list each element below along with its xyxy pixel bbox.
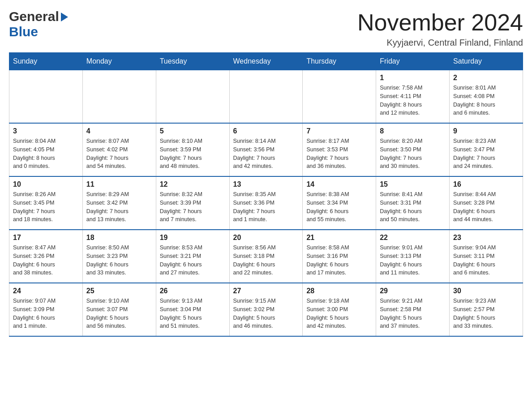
calendar-cell [229,70,303,124]
week-row-3: 10Sunrise: 8:26 AM Sunset: 3:45 PM Dayli… [9,176,523,230]
day-info: Sunrise: 9:01 AM Sunset: 3:13 PM Dayligh… [380,244,446,277]
calendar-cell: 6Sunrise: 8:14 AM Sunset: 3:56 PM Daylig… [229,123,303,176]
calendar-cell: 29Sunrise: 9:21 AM Sunset: 2:58 PM Dayli… [376,283,450,336]
day-info: Sunrise: 9:07 AM Sunset: 3:09 PM Dayligh… [13,297,79,330]
calendar-header: SundayMondayTuesdayWednesdayThursdayFrid… [9,53,523,70]
calendar-cell: 30Sunrise: 9:23 AM Sunset: 2:57 PM Dayli… [450,283,523,336]
day-number: 27 [233,287,299,295]
day-info: Sunrise: 8:44 AM Sunset: 3:28 PM Dayligh… [453,190,519,224]
calendar-cell: 20Sunrise: 8:56 AM Sunset: 3:18 PM Dayli… [229,230,303,283]
day-number: 18 [86,234,152,242]
day-number: 11 [86,180,152,188]
calendar-cell: 24Sunrise: 9:07 AM Sunset: 3:09 PM Dayli… [9,283,83,336]
logo-blue-text: Blue [9,24,38,39]
day-number: 14 [306,180,372,188]
day-info: Sunrise: 8:35 AM Sunset: 3:36 PM Dayligh… [233,190,299,224]
calendar-cell: 13Sunrise: 8:35 AM Sunset: 3:36 PM Dayli… [229,176,303,230]
day-info: Sunrise: 8:32 AM Sunset: 3:39 PM Dayligh… [160,190,226,224]
logo-arrow-icon [61,13,68,21]
calendar-cell: 3Sunrise: 8:04 AM Sunset: 4:05 PM Daylig… [9,123,83,176]
day-number: 5 [160,127,226,135]
day-number: 3 [13,127,79,135]
day-number: 28 [306,287,372,295]
calendar-table: SundayMondayTuesdayWednesdayThursdayFrid… [9,52,523,337]
weekday-header-sunday: Sunday [9,53,83,70]
day-info: Sunrise: 8:53 AM Sunset: 3:21 PM Dayligh… [160,244,226,277]
calendar-cell: 26Sunrise: 9:13 AM Sunset: 3:04 PM Dayli… [156,283,229,336]
day-info: Sunrise: 8:01 AM Sunset: 4:08 PM Dayligh… [453,84,519,117]
calendar-cell: 1Sunrise: 7:58 AM Sunset: 4:11 PM Daylig… [376,70,450,124]
day-info: Sunrise: 9:13 AM Sunset: 3:04 PM Dayligh… [160,297,226,330]
weekday-header-wednesday: Wednesday [229,53,303,70]
calendar-cell: 11Sunrise: 8:29 AM Sunset: 3:42 PM Dayli… [82,176,156,230]
day-number: 15 [380,180,446,188]
day-number: 19 [160,234,226,242]
calendar-cell [156,70,229,124]
calendar-cell: 23Sunrise: 9:04 AM Sunset: 3:11 PM Dayli… [450,230,523,283]
calendar-cell: 28Sunrise: 9:18 AM Sunset: 3:00 PM Dayli… [303,283,376,336]
day-number: 23 [453,234,519,242]
day-number: 1 [380,74,446,82]
day-info: Sunrise: 9:18 AM Sunset: 3:00 PM Dayligh… [306,297,372,330]
calendar-cell: 18Sunrise: 8:50 AM Sunset: 3:23 PM Dayli… [82,230,156,283]
day-number: 29 [380,287,446,295]
day-info: Sunrise: 8:50 AM Sunset: 3:23 PM Dayligh… [86,244,152,277]
weekday-header-friday: Friday [376,53,450,70]
calendar-cell: 5Sunrise: 8:10 AM Sunset: 3:59 PM Daylig… [156,123,229,176]
day-info: Sunrise: 9:15 AM Sunset: 3:02 PM Dayligh… [233,297,299,330]
page-header: General Blue November 2024 Kyyjaervi, Ce… [9,9,523,48]
calendar-cell: 21Sunrise: 8:58 AM Sunset: 3:16 PM Dayli… [303,230,376,283]
calendar-cell: 9Sunrise: 8:23 AM Sunset: 3:47 PM Daylig… [450,123,523,176]
weekday-header-saturday: Saturday [450,53,523,70]
day-number: 24 [13,287,79,295]
day-info: Sunrise: 8:10 AM Sunset: 3:59 PM Dayligh… [160,137,226,171]
week-row-2: 3Sunrise: 8:04 AM Sunset: 4:05 PM Daylig… [9,123,523,176]
calendar-cell: 17Sunrise: 8:47 AM Sunset: 3:26 PM Dayli… [9,230,83,283]
day-info: Sunrise: 8:29 AM Sunset: 3:42 PM Dayligh… [86,190,152,224]
week-row-1: 1Sunrise: 7:58 AM Sunset: 4:11 PM Daylig… [9,70,523,124]
day-number: 10 [13,180,79,188]
day-info: Sunrise: 8:17 AM Sunset: 3:53 PM Dayligh… [306,137,372,171]
day-number: 6 [233,127,299,135]
calendar-cell [9,70,83,124]
week-row-4: 17Sunrise: 8:47 AM Sunset: 3:26 PM Dayli… [9,230,523,283]
weekday-header-thursday: Thursday [303,53,376,70]
calendar-cell: 16Sunrise: 8:44 AM Sunset: 3:28 PM Dayli… [450,176,523,230]
day-info: Sunrise: 8:04 AM Sunset: 4:05 PM Dayligh… [13,137,79,171]
calendar-cell: 7Sunrise: 8:17 AM Sunset: 3:53 PM Daylig… [303,123,376,176]
calendar-cell: 14Sunrise: 8:38 AM Sunset: 3:34 PM Dayli… [303,176,376,230]
day-info: Sunrise: 8:56 AM Sunset: 3:18 PM Dayligh… [233,244,299,277]
month-title: November 2024 [357,9,523,36]
weekday-header-monday: Monday [82,53,156,70]
day-number: 20 [233,234,299,242]
day-info: Sunrise: 9:10 AM Sunset: 3:07 PM Dayligh… [86,297,152,330]
location: Kyyjaervi, Central Finland, Finland [357,38,523,48]
day-number: 7 [306,127,372,135]
calendar-cell: 25Sunrise: 9:10 AM Sunset: 3:07 PM Dayli… [82,283,156,336]
day-number: 16 [453,180,519,188]
day-info: Sunrise: 8:41 AM Sunset: 3:31 PM Dayligh… [380,190,446,224]
day-info: Sunrise: 8:14 AM Sunset: 3:56 PM Dayligh… [233,137,299,171]
day-info: Sunrise: 8:26 AM Sunset: 3:45 PM Dayligh… [13,190,79,224]
day-number: 4 [86,127,152,135]
day-info: Sunrise: 8:47 AM Sunset: 3:26 PM Dayligh… [13,244,79,277]
day-info: Sunrise: 8:23 AM Sunset: 3:47 PM Dayligh… [453,137,519,171]
day-number: 30 [453,287,519,295]
calendar-cell [303,70,376,124]
weekday-header-tuesday: Tuesday [156,53,229,70]
day-number: 22 [380,234,446,242]
day-number: 26 [160,287,226,295]
calendar-cell: 4Sunrise: 8:07 AM Sunset: 4:02 PM Daylig… [82,123,156,176]
day-number: 9 [453,127,519,135]
day-number: 12 [160,180,226,188]
calendar-cell: 12Sunrise: 8:32 AM Sunset: 3:39 PM Dayli… [156,176,229,230]
day-number: 8 [380,127,446,135]
calendar-cell: 15Sunrise: 8:41 AM Sunset: 3:31 PM Dayli… [376,176,450,230]
calendar-cell: 10Sunrise: 8:26 AM Sunset: 3:45 PM Dayli… [9,176,83,230]
day-number: 2 [453,74,519,82]
day-info: Sunrise: 7:58 AM Sunset: 4:11 PM Dayligh… [380,84,446,117]
calendar-cell: 27Sunrise: 9:15 AM Sunset: 3:02 PM Dayli… [229,283,303,336]
calendar-cell: 19Sunrise: 8:53 AM Sunset: 3:21 PM Dayli… [156,230,229,283]
week-row-5: 24Sunrise: 9:07 AM Sunset: 3:09 PM Dayli… [9,283,523,336]
calendar-cell: 2Sunrise: 8:01 AM Sunset: 4:08 PM Daylig… [450,70,523,124]
